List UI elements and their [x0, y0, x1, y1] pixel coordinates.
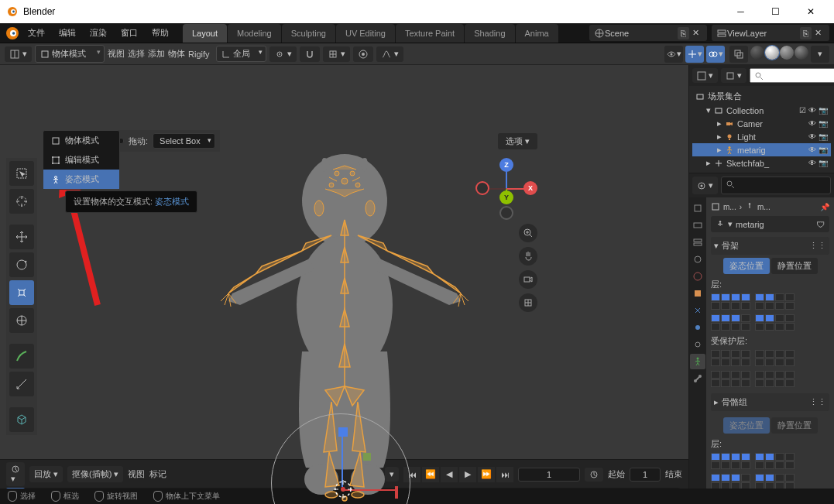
shading-wireframe[interactable]	[750, 46, 764, 60]
axis-neg-z[interactable]	[499, 206, 513, 220]
move-tool[interactable]	[9, 225, 34, 249]
maximize-button[interactable]: ☐	[758, 0, 793, 23]
timeline-playback[interactable]: 回放 ▾	[29, 466, 63, 482]
outliner-item-sketchfab[interactable]: ▸ Sketchfab_ 👁📷	[692, 156, 831, 170]
ptab-object[interactable]	[690, 286, 705, 301]
armature-layers2[interactable]	[711, 453, 829, 490]
start-frame[interactable]: 1	[630, 468, 661, 482]
pose-position-btn[interactable]: 姿态位置	[723, 258, 770, 274]
outliner-scene-collection[interactable]: 场景集合	[692, 89, 831, 104]
ptab-output[interactable]	[690, 218, 705, 233]
axis-z[interactable]: Z	[499, 158, 513, 172]
pose-position-btn2[interactable]: 姿态位置	[723, 417, 770, 434]
timeline-keying[interactable]: 抠像(插帧) ▾	[67, 466, 123, 482]
ptab-physics[interactable]	[690, 320, 705, 335]
outliner-filter[interactable]: ▾	[721, 68, 746, 83]
transform-orientation[interactable]: 全局	[216, 46, 266, 62]
scene-name-input[interactable]	[605, 29, 674, 38]
outliner-item-metarig[interactable]: ▸ metarig 👁📷	[692, 143, 831, 156]
timeline-marker[interactable]: 标记	[149, 468, 166, 480]
eye-icon[interactable]: 👁	[808, 106, 816, 115]
pin-icon[interactable]: 📌	[820, 203, 829, 211]
scene-selector[interactable]: ⎘ ✕	[589, 25, 707, 41]
proportional-edit[interactable]	[353, 46, 373, 62]
xray-toggle[interactable]	[729, 46, 748, 63]
protected-layers[interactable]	[711, 350, 829, 387]
ptab-modifier[interactable]	[690, 303, 705, 318]
delete-viewlayer-icon[interactable]: ✕	[812, 26, 825, 39]
rest-position-btn2[interactable]: 静置位置	[771, 417, 818, 434]
tab-layout[interactable]: Layout	[183, 24, 227, 43]
section-armature[interactable]: ▾ 骨架⋮⋮	[711, 237, 829, 255]
snap-toggle[interactable]	[300, 46, 320, 62]
close-button[interactable]: ✕	[793, 0, 828, 23]
measure-tool[interactable]	[9, 372, 34, 396]
tab-modeling[interactable]: Modeling	[228, 24, 281, 43]
show-gizmos[interactable]: ▾	[685, 46, 704, 63]
ptab-scene[interactable]	[690, 252, 705, 267]
new-scene-icon[interactable]: ⎘	[678, 27, 689, 39]
viewport-options[interactable]: 选项 ▾	[498, 133, 537, 149]
tab-sculpting[interactable]: Sculpting	[282, 24, 335, 43]
3d-viewport[interactable]: metarig	[0, 65, 688, 504]
outliner-item-camera[interactable]: ▸ Camer 👁📷	[692, 117, 831, 130]
camera-icon[interactable]: 📷	[819, 119, 828, 128]
checkbox-icon[interactable]: ☑	[799, 106, 806, 115]
gizmo-z-handle[interactable]	[338, 427, 348, 437]
outliner-display-mode[interactable]: ▾	[692, 68, 718, 83]
outliner-item-light[interactable]: ▸ Light 👁📷	[692, 130, 831, 143]
ptab-render[interactable]	[690, 201, 705, 216]
eye-icon[interactable]: 👁	[808, 159, 816, 167]
menu-file[interactable]: 文件	[22, 24, 51, 42]
tab-uvediting[interactable]: UV Editing	[336, 24, 395, 43]
shading-options[interactable]: ▾	[811, 46, 829, 63]
add-cube-tool[interactable]	[9, 407, 34, 432]
camera-icon[interactable]: 📷	[819, 106, 828, 115]
camera-icon[interactable]: 📷	[819, 146, 828, 154]
viewport-menu-view[interactable]: 视图	[108, 48, 125, 60]
ptab-armature[interactable]	[690, 354, 705, 369]
section-bone-groups[interactable]: ▸ 骨骼组⋮⋮	[711, 393, 829, 411]
show-overlays[interactable]: ▾	[706, 46, 725, 63]
timeline-editor-type[interactable]: ▾	[6, 462, 25, 486]
use-preview-range[interactable]	[585, 468, 603, 482]
pivot-point[interactable]: ▾	[269, 46, 297, 62]
tab-shading[interactable]: Shading	[465, 24, 514, 43]
outliner-collection[interactable]: ▾ Collection ☑👁📷	[692, 104, 831, 117]
object-visibility[interactable]: ▾	[664, 46, 683, 63]
armature-layers[interactable]	[711, 293, 829, 331]
camera-view-button[interactable]	[519, 270, 537, 289]
mode-item-edit[interactable]: 编辑模式	[43, 150, 119, 170]
gizmo-x-handle[interactable]	[395, 486, 398, 499]
menu-help[interactable]: 帮助	[146, 24, 175, 42]
properties-editor-type[interactable]: ▾	[692, 177, 718, 194]
datablock-name[interactable]: ▾ metarig 🛡	[711, 216, 829, 232]
gizmo-green-handle[interactable]	[361, 451, 373, 463]
menu-render[interactable]: 渲染	[84, 24, 113, 42]
select-tool-drop[interactable]: Select Box	[153, 133, 215, 149]
mode-selector[interactable]: 物体模式	[35, 45, 105, 63]
axis-y[interactable]: Y	[499, 190, 513, 204]
rotate-tool[interactable]	[9, 252, 34, 277]
shading-rendered[interactable]	[795, 46, 808, 60]
blender-icon[interactable]	[5, 26, 20, 41]
scale-tool[interactable]	[9, 280, 34, 305]
transform-tool[interactable]	[9, 308, 34, 333]
editor-type-icon[interactable]: ▾	[5, 46, 32, 62]
current-frame[interactable]: 1	[518, 468, 580, 482]
mode-item-pose[interactable]: 姿态模式	[43, 170, 119, 189]
cursor-tool[interactable]	[9, 189, 34, 214]
ptab-world[interactable]	[690, 269, 705, 284]
eye-icon[interactable]: 👁	[808, 146, 816, 154]
viewlayer-selector[interactable]: ⎘ ✕	[712, 25, 829, 41]
rest-position-btn[interactable]: 静置位置	[771, 258, 818, 274]
timeline-view[interactable]: 视图	[128, 468, 145, 480]
shield-icon[interactable]: 🛡	[816, 220, 825, 229]
menu-window[interactable]: 窗口	[115, 24, 144, 42]
eye-icon[interactable]: 👁	[808, 119, 816, 128]
tab-animation[interactable]: Anima	[516, 24, 558, 43]
axis-x[interactable]: X	[523, 181, 537, 195]
menu-edit[interactable]: 编辑	[53, 24, 82, 42]
jump-end[interactable]: ⏭	[496, 467, 513, 482]
mode-item-object[interactable]: 物体模式	[43, 131, 119, 150]
